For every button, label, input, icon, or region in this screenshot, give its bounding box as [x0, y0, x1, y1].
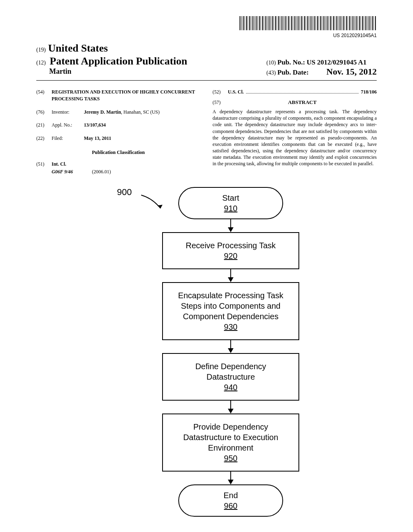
pub-date-value: Nov. 15, 2012 [326, 66, 377, 77]
node-text: Define Dependency Datastructure [195, 362, 266, 381]
filed-value: May 13, 2011 [84, 135, 111, 142]
pub-date-label: Pub. Date: [277, 69, 309, 76]
flowchart-node-end: End 960 [178, 484, 283, 517]
node-text: Provide Dependency Datastructure to Exec… [183, 422, 278, 452]
dotted-leader [246, 93, 358, 94]
inventor-location: , Hanahan, SC (US) [121, 109, 160, 115]
filed-label: Filed: [52, 135, 84, 142]
abstract-text: A dependency datastructure represents a … [213, 108, 377, 167]
flowchart-nodes: Start 910 Receive Processing Task 920 En… [162, 187, 299, 517]
appl-code: (21) [36, 122, 52, 129]
barcode-graphic [240, 16, 377, 30]
inventor-name: Jeremy D. Martin [84, 109, 121, 115]
flowchart-node-encapsulate: Encapsulate Processing Task Steps into C… [162, 282, 299, 340]
node-num: 960 [224, 501, 237, 510]
flowchart-number: 900 [117, 187, 132, 197]
arrow-icon [228, 472, 234, 484]
appl-value: 13/107,634 [84, 122, 106, 129]
flowchart-node-provide: Provide Dependency Datastructure to Exec… [162, 414, 299, 472]
appl-label: Appl. No.: [52, 122, 84, 129]
arrow-icon [228, 340, 234, 353]
inventor-code: (76) [36, 109, 52, 116]
country-title: United States [48, 42, 108, 54]
pub-no-value: US 2012/0291045 A1 [307, 58, 366, 66]
code-12: (12) [36, 60, 46, 66]
invention-title: REGISTRATION AND EXECUTION OF HIGHLY CON… [52, 89, 200, 102]
flowchart-node-receive: Receive Processing Task 920 [162, 232, 299, 269]
abstract-code: (57) [213, 99, 228, 106]
flowchart-node-define: Define Dependency Datastructure 940 [162, 353, 299, 401]
author-name: Martin [49, 67, 187, 76]
flowchart: 900 Start 910 Receive Processing Task 92… [36, 187, 377, 517]
node-num: 920 [224, 251, 237, 260]
flowchart-node-start: Start 910 [178, 187, 283, 219]
intcl-label: Int. Cl. [52, 161, 66, 168]
arrow-icon [228, 219, 234, 232]
node-text: Encapsulate Processing Task Steps into C… [178, 291, 284, 321]
code-10: (10) [267, 60, 276, 66]
title-code: (54) [36, 89, 52, 102]
arrow-icon [228, 401, 234, 414]
uscl-code: (52) [213, 89, 228, 96]
inventor-label: Inventor: [52, 109, 84, 116]
intcl-code: (51) [36, 161, 52, 168]
inventor-value: Jeremy D. Martin, Hanahan, SC (US) [84, 109, 160, 116]
right-column: (52) U.S. Cl. 718/106 (57) ABSTRACT A de… [213, 89, 377, 175]
node-num: 950 [224, 454, 237, 463]
intcl-value: G06F 9/46 [52, 168, 92, 175]
code-43: (43) [267, 70, 276, 76]
node-num: 910 [224, 204, 237, 213]
left-column: (54) REGISTRATION AND EXECUTION OF HIGHL… [36, 89, 200, 175]
header-section: (19) United States (12) Patent Applicati… [36, 42, 377, 81]
abstract-label: ABSTRACT [228, 99, 377, 106]
flowchart-label-arrow-icon [140, 194, 165, 210]
node-text: End [223, 491, 238, 500]
node-num: 940 [224, 383, 237, 392]
barcode-area: US 20120291045A1 [36, 16, 377, 38]
node-num: 930 [224, 322, 237, 331]
body-columns: (54) REGISTRATION AND EXECUTION OF HIGHL… [36, 89, 377, 175]
publication-type: Patent Application Publication [50, 55, 187, 67]
node-text: Start [222, 193, 239, 202]
uscl-label: U.S. Cl. [228, 89, 244, 96]
uscl-value: 718/106 [361, 89, 377, 96]
code-19: (19) [36, 47, 46, 53]
intcl-year: (2006.01) [92, 168, 111, 175]
pub-no-label: Pub. No.: [277, 58, 305, 66]
barcode-number: US 20120291045A1 [36, 33, 377, 38]
node-text: Receive Processing Task [186, 241, 275, 250]
pub-class-heading: Publication Classification [36, 149, 200, 156]
filed-code: (22) [36, 135, 52, 142]
arrow-icon [228, 269, 234, 282]
